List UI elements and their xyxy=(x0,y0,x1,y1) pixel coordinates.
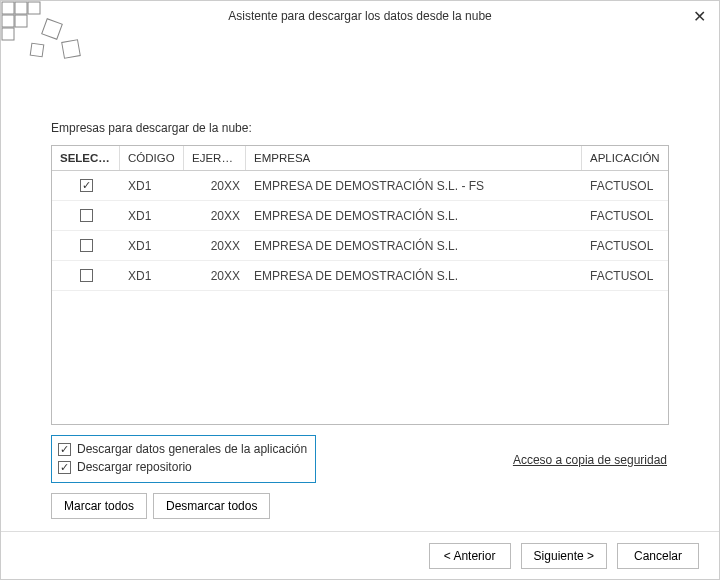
cell-codigo: XD1 xyxy=(120,175,184,197)
cell-aplicacion: FACTUSOL xyxy=(582,265,668,287)
cancel-button[interactable]: Cancelar xyxy=(617,543,699,569)
close-button[interactable]: ✕ xyxy=(687,5,711,29)
cell-seleccion xyxy=(52,205,120,226)
table-row[interactable]: XD120XXEMPRESA DE DEMOSTRACIÓN S.L. - FS… xyxy=(52,171,668,201)
option-general-data[interactable]: Descargar datos generales de la aplicaci… xyxy=(58,440,307,458)
svg-rect-0 xyxy=(2,2,14,14)
backup-access-link[interactable]: Acceso a copia de seguridad xyxy=(513,453,667,467)
cell-ejercicio: 20XX xyxy=(184,235,246,257)
option-general-data-label: Descargar datos generales de la aplicaci… xyxy=(77,442,307,456)
row-checkbox[interactable] xyxy=(80,209,93,222)
svg-rect-8 xyxy=(30,43,44,57)
wizard-footer: < Anterior Siguiente > Cancelar xyxy=(1,531,719,579)
col-ejercicio[interactable]: EJERCICIO xyxy=(184,146,246,170)
table-body[interactable]: XD120XXEMPRESA DE DEMOSTRACIÓN S.L. - FS… xyxy=(52,171,668,424)
table-header-row: SELECCI... CÓDIGO EJERCICIO EMPRESA APLI… xyxy=(52,146,668,171)
svg-rect-1 xyxy=(15,2,27,14)
cell-seleccion xyxy=(52,265,120,286)
cell-empresa: EMPRESA DE DEMOSTRACIÓN S.L. xyxy=(246,205,582,227)
svg-rect-3 xyxy=(2,15,14,27)
checkbox-repository[interactable] xyxy=(58,461,71,474)
next-button[interactable]: Siguiente > xyxy=(521,543,607,569)
row-checkbox[interactable] xyxy=(80,269,93,282)
row-checkbox[interactable] xyxy=(80,179,93,192)
option-repository-label: Descargar repositorio xyxy=(77,460,192,474)
col-codigo[interactable]: CÓDIGO xyxy=(120,146,184,170)
checkbox-general-data[interactable] xyxy=(58,443,71,456)
cell-aplicacion: FACTUSOL xyxy=(582,235,668,257)
window-title: Asistente para descargar los datos desde… xyxy=(228,9,492,23)
wizard-window: Asistente para descargar los datos desde… xyxy=(0,0,720,580)
cell-codigo: XD1 xyxy=(120,235,184,257)
cell-ejercicio: 20XX xyxy=(184,175,246,197)
companies-table: SELECCI... CÓDIGO EJERCICIO EMPRESA APLI… xyxy=(51,145,669,425)
back-button[interactable]: < Anterior xyxy=(429,543,511,569)
cell-empresa: EMPRESA DE DEMOSTRACIÓN S.L. xyxy=(246,265,582,287)
cell-codigo: XD1 xyxy=(120,205,184,227)
cell-ejercicio: 20XX xyxy=(184,205,246,227)
table-row[interactable]: XD120XXEMPRESA DE DEMOSTRACIÓN S.L.FACTU… xyxy=(52,261,668,291)
cell-seleccion xyxy=(52,235,120,256)
cell-empresa: EMPRESA DE DEMOSTRACIÓN S.L. xyxy=(246,235,582,257)
option-repository[interactable]: Descargar repositorio xyxy=(58,458,307,476)
col-empresa[interactable]: EMPRESA xyxy=(246,146,582,170)
mark-all-button[interactable]: Marcar todos xyxy=(51,493,147,519)
cell-empresa: EMPRESA DE DEMOSTRACIÓN S.L. - FS xyxy=(246,175,582,197)
table-row[interactable]: XD120XXEMPRESA DE DEMOSTRACIÓN S.L.FACTU… xyxy=(52,201,668,231)
cell-seleccion xyxy=(52,175,120,196)
col-seleccion[interactable]: SELECCI... xyxy=(52,146,120,170)
svg-rect-5 xyxy=(2,28,14,40)
app-logo-icon xyxy=(1,1,91,71)
svg-rect-4 xyxy=(15,15,27,27)
svg-rect-7 xyxy=(62,40,81,59)
cell-ejercicio: 20XX xyxy=(184,265,246,287)
svg-rect-2 xyxy=(28,2,40,14)
unmark-all-button[interactable]: Desmarcar todos xyxy=(153,493,270,519)
table-row[interactable]: XD120XXEMPRESA DE DEMOSTRACIÓN S.L.FACTU… xyxy=(52,231,668,261)
titlebar: Asistente para descargar los datos desde… xyxy=(1,1,719,31)
section-label: Empresas para descargar de la nube: xyxy=(51,121,669,135)
download-options-box: Descargar datos generales de la aplicaci… xyxy=(51,435,316,483)
cell-aplicacion: FACTUSOL xyxy=(582,175,668,197)
cell-aplicacion: FACTUSOL xyxy=(582,205,668,227)
svg-rect-6 xyxy=(42,19,63,40)
col-aplicacion[interactable]: APLICACIÓN xyxy=(582,146,668,170)
row-checkbox[interactable] xyxy=(80,239,93,252)
cell-codigo: XD1 xyxy=(120,265,184,287)
close-icon: ✕ xyxy=(693,8,706,25)
